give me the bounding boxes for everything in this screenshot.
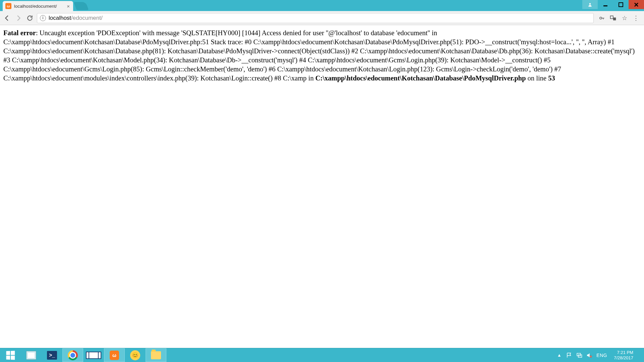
translate-icon[interactable]	[610, 15, 616, 21]
close-tab-icon[interactable]: ×	[67, 4, 70, 9]
task-view-icon	[89, 352, 99, 359]
url-host: localhost	[49, 15, 71, 21]
url-path: /edocument/	[71, 15, 103, 21]
browser-toolbar: i localhost/edocument/ ☆ ⋮	[0, 11, 644, 25]
taskbar-taskview[interactable]	[83, 348, 104, 362]
site-info-icon[interactable]: i	[40, 15, 46, 21]
clock-date: 7/28/2017	[614, 355, 633, 361]
taskbar-powershell[interactable]: >_	[42, 348, 62, 362]
reload-icon	[26, 15, 33, 21]
reload-button[interactable]	[25, 14, 34, 22]
arrow-left-icon	[3, 14, 11, 22]
window-controls	[582, 0, 644, 9]
browser-tab-active[interactable]: ω localhost/edocument/ ×	[3, 1, 73, 11]
taskbar-chrome[interactable]	[62, 348, 83, 362]
tray-arrow-icon[interactable]: ▲	[556, 352, 562, 358]
smiley-icon: 😊	[130, 350, 140, 360]
svg-rect-1	[603, 5, 607, 6]
error-file: C:\xampp\htdocs\edocument\Kotchasan\Data…	[315, 74, 526, 82]
taskbar-smiley[interactable]: 😊	[125, 348, 146, 362]
svg-rect-2	[619, 3, 623, 7]
saved-password-icon[interactable]	[598, 15, 605, 21]
svg-point-3	[600, 17, 602, 19]
error-label: Fatal error	[3, 29, 36, 37]
toolbar-right-icons: ☆ ⋮	[596, 15, 641, 21]
window-maximize-button[interactable]	[613, 0, 629, 9]
page-content: Fatal error: Uncaught exception 'PDOExce…	[0, 25, 644, 348]
xampp-favicon-icon: ω	[5, 3, 11, 9]
powershell-icon: >_	[47, 351, 57, 360]
window-close-button[interactable]	[629, 0, 644, 9]
start-button[interactable]	[0, 348, 21, 362]
network-icon[interactable]	[576, 352, 582, 358]
chrome-user-button[interactable]	[582, 0, 598, 9]
svg-rect-4	[610, 16, 613, 18]
volume-icon[interactable]	[586, 352, 592, 358]
taskbar-xampp[interactable]: ω	[104, 348, 125, 362]
maximize-icon	[619, 2, 623, 7]
back-button[interactable]	[3, 14, 11, 22]
error-online: on line	[526, 74, 548, 82]
clock-time: 7:21 PM	[614, 350, 633, 355]
error-text: Fatal error: Uncaught exception 'PDOExce…	[3, 29, 635, 82]
action-center-flag-icon[interactable]	[566, 352, 572, 358]
folder-icon	[151, 351, 161, 359]
svg-point-0	[589, 3, 591, 5]
chrome-icon	[68, 350, 78, 360]
taskbar-right: ▲ ENG 7:21 PM 7/28/2017	[556, 348, 644, 362]
close-icon	[634, 2, 639, 7]
file-explorer-icon	[26, 351, 36, 360]
taskbar-clock[interactable]: 7:21 PM 7/28/2017	[611, 350, 636, 360]
chrome-menu-icon[interactable]: ⋮	[633, 15, 639, 21]
browser-titlebar: ω localhost/edocument/ ×	[0, 0, 644, 11]
error-body: : Uncaught exception 'PDOException' with…	[3, 29, 635, 82]
language-indicator[interactable]: ENG	[596, 353, 607, 358]
windows-logo-icon	[6, 351, 15, 360]
bookmark-icon[interactable]: ☆	[621, 15, 628, 21]
svg-rect-5	[613, 17, 616, 20]
tab-title: localhost/edocument/	[14, 4, 63, 9]
forward-button[interactable]	[14, 14, 23, 22]
window-minimize-button[interactable]	[598, 0, 613, 9]
taskbar-folder[interactable]	[146, 348, 166, 362]
user-icon	[588, 2, 592, 7]
new-tab-button[interactable]	[74, 2, 89, 10]
minimize-icon	[603, 2, 608, 7]
windows-taskbar: >_ ω 😊 ▲ ENG 7:21 PM 7/28/2017	[0, 348, 644, 362]
taskbar-left: >_ ω 😊	[0, 348, 166, 362]
arrow-right-icon	[15, 14, 22, 22]
address-bar[interactable]: i localhost/edocument/	[37, 13, 594, 23]
xampp-icon: ω	[110, 351, 119, 360]
error-line: 53	[548, 74, 555, 82]
taskbar-file-explorer[interactable]	[21, 348, 42, 362]
